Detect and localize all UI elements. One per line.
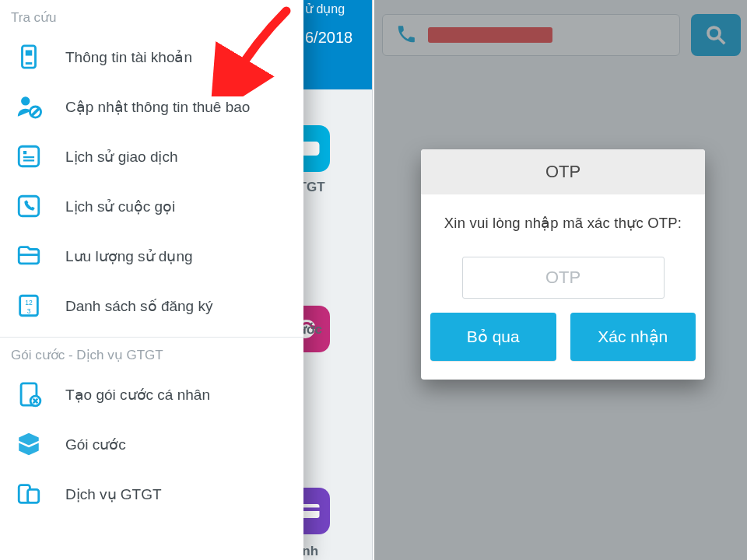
- otp-dialog-message: Xin vui lòng nhập mã xác thực OTP:: [421, 194, 705, 240]
- svg-rect-1: [26, 51, 33, 56]
- sidebar-item-plans[interactable]: Gói cước: [0, 419, 303, 469]
- sidebar-item-label: Gói cước: [65, 436, 126, 453]
- user-update-icon: [16, 93, 42, 120]
- header-date-fragment: 6/2018: [305, 27, 363, 47]
- navigation-drawer: Tra cứu Thông tin tài khoản Cập nhật thô…: [0, 0, 303, 560]
- sidebar-item-registered-numbers[interactable]: 123 Danh sách số đăng ký: [0, 281, 303, 331]
- sidebar-item-data-usage[interactable]: Lưu lượng sử dụng: [0, 231, 303, 281]
- right-screenshot: OTP Xin vui lòng nhập mã xác thực OTP: O…: [374, 0, 747, 560]
- sim-list-icon: 123: [16, 292, 42, 319]
- left-screenshot: ử dụng 6/2018 GTGT cước anh Tra cứu Thôn…: [0, 0, 373, 560]
- confirm-button-label: Xác nhận: [598, 327, 668, 346]
- sidebar-item-transaction-history[interactable]: Lịch sử giao dịch: [0, 131, 303, 181]
- svg-line-5: [32, 108, 40, 116]
- svg-text:12: 12: [25, 299, 33, 306]
- sidebar-item-create-plan[interactable]: Tạo gói cước cá nhân: [0, 369, 303, 419]
- sidebar-item-vas[interactable]: Dịch vụ GTGT: [0, 469, 303, 519]
- sidebar-item-label: Lịch sử cuộc gọi: [65, 198, 175, 215]
- vas-service-icon: [16, 481, 42, 507]
- section-title-vas: Gói cước - Dịch vụ GTGT: [0, 338, 303, 369]
- sidebar-item-label: Danh sách số đăng ký: [65, 297, 212, 315]
- otp-dialog-actions: Bỏ qua Xác nhận: [421, 299, 705, 361]
- otp-input[interactable]: OTP: [462, 257, 665, 299]
- otp-input-placeholder: OTP: [545, 268, 580, 288]
- sidebar-item-label: Cập nhật thông tin thuê bao: [65, 98, 250, 116]
- skip-button[interactable]: Bỏ qua: [430, 313, 556, 361]
- otp-dialog: OTP Xin vui lòng nhập mã xác thực OTP: O…: [421, 149, 705, 380]
- header-usage-fragment: ử dụng: [305, 2, 363, 18]
- call-history-icon: [16, 193, 42, 219]
- section-title-lookup: Tra cứu: [0, 0, 303, 32]
- sidebar-item-account-info[interactable]: Thông tin tài khoản: [0, 32, 303, 82]
- sidebar-item-label: Lưu lượng sử dụng: [65, 247, 193, 265]
- create-plan-icon: [16, 381, 42, 408]
- skip-button-label: Bỏ qua: [467, 327, 520, 346]
- sidebar-item-label: Thông tin tài khoản: [65, 48, 192, 66]
- app-header: ử dụng 6/2018: [296, 0, 373, 89]
- sidebar-item-label: Dịch vụ GTGT: [65, 485, 162, 503]
- plan-box-icon: [16, 431, 42, 457]
- svg-rect-14: [28, 489, 39, 502]
- sidebar-item-label: Tạo gói cước cá nhân: [65, 386, 210, 404]
- otp-dialog-title: OTP: [421, 149, 705, 194]
- svg-point-3: [21, 96, 30, 105]
- data-usage-icon: [16, 243, 42, 269]
- confirm-button[interactable]: Xác nhận: [570, 313, 696, 361]
- sidebar-item-call-history[interactable]: Lịch sử cuộc gọi: [0, 181, 303, 231]
- svg-text:3: 3: [27, 307, 31, 315]
- sidebar-item-update-subscriber[interactable]: Cập nhật thông tin thuê bao: [0, 82, 303, 131]
- sidebar-item-label: Lịch sử giao dịch: [65, 148, 178, 166]
- transaction-history-icon: [16, 143, 42, 170]
- account-phone-icon: [16, 44, 42, 70]
